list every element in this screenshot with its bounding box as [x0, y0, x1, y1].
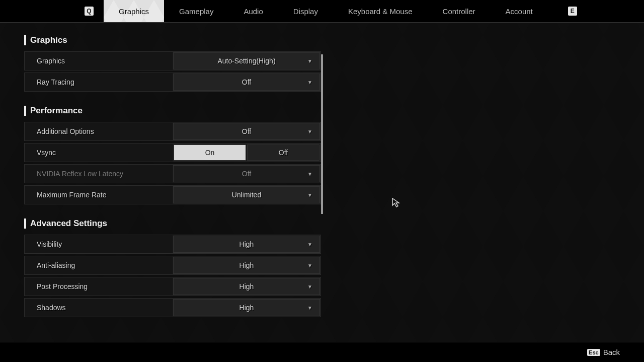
- row-max-frame-rate: Maximum Frame Rate Unlimited ▼: [24, 185, 321, 204]
- tab-account[interactable]: Account: [491, 0, 548, 22]
- select-anti-aliasing[interactable]: High ▼: [173, 257, 320, 274]
- value-max-frame-rate: Unlimited: [232, 191, 261, 199]
- section-header-advanced: Advanced Settings: [24, 219, 321, 229]
- section-header-performance: Performance: [24, 106, 321, 116]
- tab-gameplay[interactable]: Gameplay: [164, 0, 228, 22]
- row-vsync: Vsync On Off: [24, 143, 321, 162]
- tab-keyboard-mouse[interactable]: Keyboard & Mouse: [333, 0, 428, 22]
- label-ray-tracing: Ray Tracing: [25, 73, 173, 91]
- tab-audio[interactable]: Audio: [228, 0, 278, 22]
- row-ray-tracing: Ray Tracing Off ▼: [24, 73, 321, 92]
- esc-key-hint: Esc: [587, 349, 600, 356]
- select-max-frame-rate[interactable]: Unlimited ▼: [173, 186, 320, 203]
- value-anti-aliasing: High: [239, 261, 254, 269]
- chevron-down-icon: ▼: [307, 242, 312, 247]
- value-additional-options: Off: [242, 127, 251, 135]
- chevron-down-icon: ▼: [307, 129, 312, 134]
- label-max-frame-rate: Maximum Frame Rate: [25, 186, 173, 204]
- select-post-processing[interactable]: High ▼: [173, 278, 320, 295]
- bottombar: Esc Back: [0, 342, 644, 362]
- row-visibility: Visibility High ▼: [24, 235, 321, 254]
- tab-graphics[interactable]: Graphics: [104, 0, 164, 22]
- select-additional-options[interactable]: Off ▼: [173, 123, 320, 140]
- value-post-processing: High: [239, 282, 254, 291]
- toggle-vsync: On Off: [174, 144, 319, 161]
- value-ray-tracing: Off: [242, 78, 251, 86]
- cursor-icon: [392, 198, 402, 208]
- label-graphics-quality: Graphics: [25, 52, 173, 70]
- value-visibility: High: [239, 240, 254, 248]
- row-nvidia-reflex: NVIDIA Reflex Low Latency Off ▼: [24, 164, 321, 183]
- value-shadows: High: [239, 304, 254, 312]
- chevron-down-icon: ▼: [307, 284, 312, 289]
- settings-content: Graphics Graphics Auto-Setting(High) ▼ R…: [24, 35, 321, 337]
- row-additional-options: Additional Options Off ▼: [24, 122, 321, 141]
- label-nvidia-reflex: NVIDIA Reflex Low Latency: [25, 165, 173, 183]
- chevron-down-icon: ▼: [307, 171, 312, 177]
- next-tab-key-hint: E: [568, 7, 577, 16]
- toggle-vsync-on[interactable]: On: [174, 144, 246, 161]
- select-graphics-quality[interactable]: Auto-Setting(High) ▼: [173, 52, 320, 69]
- chevron-down-icon: ▼: [307, 192, 312, 198]
- back-button[interactable]: Back: [603, 348, 620, 356]
- select-visibility[interactable]: High ▼: [173, 236, 320, 253]
- label-anti-aliasing: Anti-aliasing: [25, 256, 173, 274]
- row-post-processing: Post Processing High ▼: [24, 277, 321, 296]
- tab-display[interactable]: Display: [278, 0, 333, 22]
- select-shadows[interactable]: High ▼: [173, 299, 320, 316]
- row-shadows: Shadows High ▼: [24, 298, 321, 317]
- toggle-vsync-off[interactable]: Off: [247, 144, 319, 161]
- label-additional-options: Additional Options: [25, 122, 173, 140]
- chevron-down-icon: ▼: [307, 263, 312, 268]
- prev-tab-key-hint: Q: [85, 7, 94, 16]
- label-shadows: Shadows: [25, 299, 173, 317]
- chevron-down-icon: ▼: [307, 58, 312, 64]
- row-graphics-quality: Graphics Auto-Setting(High) ▼: [24, 51, 321, 70]
- scrollbar-thumb[interactable]: [321, 54, 323, 214]
- label-vsync: Vsync: [25, 143, 173, 162]
- chevron-down-icon: ▼: [307, 80, 312, 85]
- value-nvidia-reflex: Off: [242, 170, 251, 178]
- label-visibility: Visibility: [25, 235, 173, 253]
- section-header-graphics: Graphics: [24, 35, 321, 45]
- chevron-down-icon: ▼: [307, 305, 312, 311]
- label-post-processing: Post Processing: [25, 277, 173, 296]
- select-ray-tracing[interactable]: Off ▼: [173, 74, 320, 91]
- value-graphics-quality: Auto-Setting(High): [217, 57, 275, 65]
- tab-controller[interactable]: Controller: [428, 0, 491, 22]
- row-anti-aliasing: Anti-aliasing High ▼: [24, 256, 321, 275]
- select-nvidia-reflex: Off ▼: [173, 165, 320, 182]
- topbar: Q Graphics Gameplay Audio Display Keyboa…: [0, 0, 644, 23]
